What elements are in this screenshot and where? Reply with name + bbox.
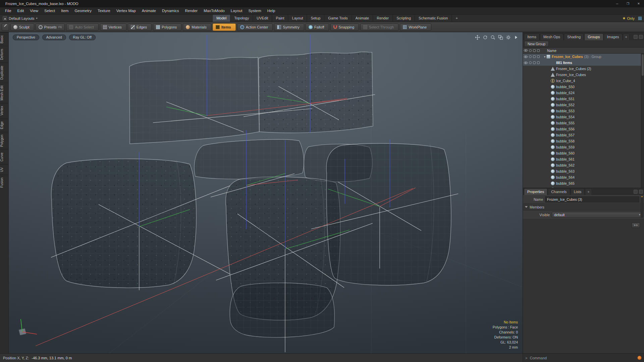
visibility-columns[interactable] [528, 140, 543, 142]
tree-row[interactable]: bubble_566 [523, 186, 644, 188]
pan-icon[interactable] [475, 35, 480, 40]
menu-item[interactable]: Texture [95, 7, 113, 14]
3d-viewport[interactable]: PerspectiveAdvancedRay GL: Off No Items … [9, 32, 523, 353]
menu-item[interactable]: Help [264, 7, 278, 14]
panel-tab[interactable]: Shading [564, 34, 584, 40]
visibility-columns[interactable] [528, 122, 543, 124]
visibility-columns[interactable] [528, 92, 543, 94]
maximize-button[interactable]: ❐ [623, 0, 633, 7]
layout-tab[interactable]: Animate [352, 15, 373, 22]
panel-tab[interactable]: Lists [571, 188, 585, 195]
visibility-columns[interactable] [528, 79, 543, 82]
toolbar-button[interactable]: Edges [128, 23, 152, 31]
layout-tab[interactable]: Schematic Fusion [415, 15, 451, 22]
tree-row[interactable]: bubble_562 [523, 162, 644, 168]
select-column-icon[interactable] [537, 49, 540, 52]
eye-icon[interactable] [524, 56, 528, 58]
panel-tab[interactable]: Items [524, 34, 540, 40]
rail-tab[interactable]: Fusion [0, 175, 8, 190]
menu-item[interactable]: Edit [14, 7, 27, 14]
visibility-columns[interactable] [528, 110, 543, 112]
collapse-arrow-icon[interactable] [3, 16, 7, 20]
tree-row[interactable]: bubble_554 [523, 114, 644, 120]
members-section-header[interactable]: Members [523, 204, 644, 210]
minimize-button[interactable]: ─ [612, 0, 623, 7]
rail-tab[interactable]: Curve [0, 149, 8, 164]
render-column-icon[interactable] [529, 49, 532, 52]
panel-tab[interactable]: Mesh Ops [540, 34, 564, 40]
eye-column-icon[interactable] [524, 49, 528, 52]
rail-tab[interactable]: Mesh Edit [0, 82, 8, 103]
toolbar-button[interactable]: Sculpt [10, 23, 34, 31]
tree-row[interactable]: 881 Items [523, 60, 644, 66]
tree-row[interactable]: bubble_558 [523, 138, 644, 144]
rail-tab[interactable]: Deform [0, 46, 8, 63]
tree-row[interactable]: bubble_561 [523, 156, 644, 162]
eye-icon[interactable] [524, 62, 528, 64]
gear-icon[interactable] [639, 190, 643, 194]
command-history-icon[interactable] [637, 356, 642, 360]
visibility-columns[interactable] [528, 61, 543, 64]
visibility-columns[interactable] [528, 98, 543, 100]
expand-panel-icon[interactable] [634, 190, 638, 194]
panel-resize-grip[interactable] [641, 197, 643, 217]
gear-icon[interactable] [506, 35, 511, 40]
expand-panel-icon[interactable] [634, 35, 638, 39]
tree-row[interactable]: Frozen_Ice_Cubes [523, 72, 644, 78]
rail-tab[interactable]: Basic [0, 32, 8, 46]
layout-tab[interactable]: Scripting [392, 15, 415, 22]
visibility-columns[interactable] [528, 146, 543, 148]
toolbar-button[interactable]: Symmetry [274, 23, 304, 31]
tree-row[interactable]: Ice_Cube_4 [523, 78, 644, 84]
visible-dropdown[interactable]: default ▾ [552, 212, 643, 218]
panel-tab[interactable]: + [623, 34, 630, 40]
toolbar-button[interactable]: Polygons [153, 23, 181, 31]
tree-row[interactable]: bubble_553 [523, 108, 644, 114]
menu-item[interactable]: View [27, 7, 41, 14]
visibility-columns[interactable] [528, 55, 543, 58]
layout-tab[interactable]: Render [373, 15, 392, 22]
visibility-columns[interactable] [528, 85, 543, 88]
menu-item[interactable]: Geometry [71, 7, 95, 14]
visibility-columns[interactable] [528, 67, 543, 70]
tool-pencil-icon[interactable] [2, 23, 9, 31]
tree-row[interactable]: bubble_560 [523, 150, 644, 156]
visibility-columns[interactable] [528, 73, 543, 76]
tree-row[interactable]: bubble_563 [523, 168, 644, 174]
layout-tab[interactable]: Paint [272, 15, 288, 22]
menu-item[interactable]: Render [182, 7, 201, 14]
layout-tab[interactable]: Setup [307, 15, 324, 22]
tree-row[interactable]: bubble_564 [523, 174, 644, 180]
rail-tab[interactable]: Duplicate [0, 63, 8, 82]
panel-menu-icon[interactable] [639, 35, 643, 39]
menu-item[interactable]: Select [41, 7, 58, 14]
menu-arrow-icon[interactable] [514, 35, 519, 40]
viewport-mode-button[interactable]: Ray GL: Off [69, 35, 96, 40]
toolbar-button[interactable]: Falloff [306, 23, 329, 31]
toolbar-button[interactable]: WorkPlane [400, 23, 431, 31]
tree-scrollbar[interactable] [641, 54, 644, 188]
3d-scene-canvas[interactable] [9, 32, 523, 353]
toolbar-button[interactable]: Materials [183, 23, 211, 31]
layout-tab[interactable]: + [451, 15, 461, 22]
tree-row[interactable]: bubble_565 [523, 180, 644, 186]
tree-row[interactable]: bubble_550 [523, 84, 644, 90]
layout-switcher[interactable]: Default Layouts ▾ [0, 16, 40, 20]
panel-tab[interactable]: Groups [584, 34, 603, 40]
viewport-mode-button[interactable]: Advanced [42, 35, 66, 40]
toolbar-button[interactable]: Auto Select [66, 23, 98, 31]
command-bar[interactable]: > Command [523, 354, 644, 362]
toolbar-button[interactable]: Action Center [237, 23, 273, 31]
panel-tab[interactable]: Images [604, 34, 623, 40]
zoom-icon[interactable] [490, 35, 495, 40]
visibility-columns[interactable] [528, 176, 543, 179]
visibility-columns[interactable] [528, 134, 543, 136]
viewport-mode-button[interactable]: Perspective [13, 35, 39, 40]
menu-item[interactable]: Vertex Map [113, 7, 139, 14]
expander-arrow-icon[interactable] [543, 55, 546, 58]
tree-row[interactable]: bubble_555 [523, 120, 644, 126]
toolbar-button[interactable]: Presets F6 [36, 23, 65, 31]
rail-tab[interactable]: UV [0, 164, 8, 175]
menu-item[interactable]: Item [58, 7, 71, 14]
tree-row[interactable]: bubble_557 [523, 132, 644, 138]
